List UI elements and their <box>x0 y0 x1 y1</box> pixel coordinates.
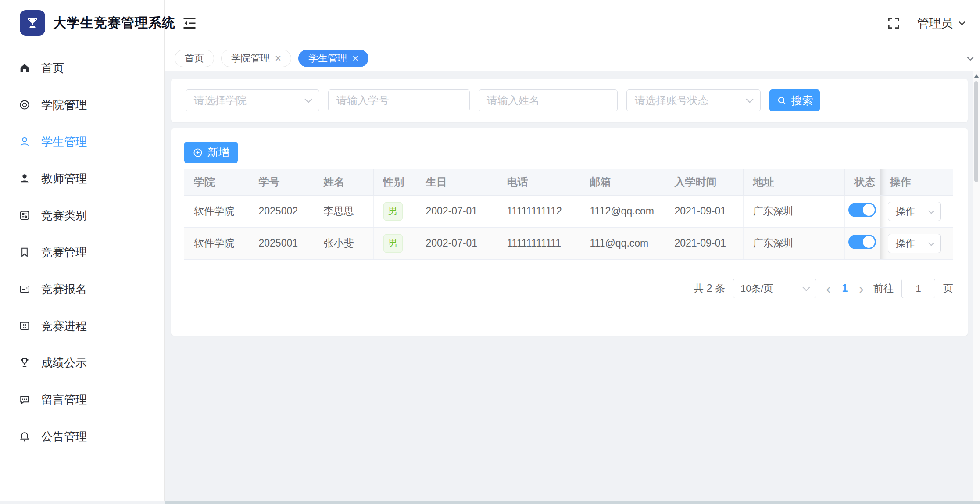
address-cell: 广东深圳 <box>743 195 844 227</box>
scrollbar-thumb[interactable] <box>974 81 978 182</box>
sidebar-item-label: 教师管理 <box>41 171 87 186</box>
column-header: 电话 <box>497 169 580 195</box>
student-table: 学院学号姓名性别生日电话邮箱入学时间地址状态操作 软件学院2025002李思思男… <box>184 169 953 260</box>
sidebar-item-3[interactable]: 学生管理 <box>0 123 164 160</box>
bell-icon <box>18 430 31 443</box>
sidebar-item-2[interactable]: 学院管理 <box>0 86 164 123</box>
name-cell: 张小斐 <box>314 227 373 259</box>
column-header: 学号 <box>249 169 314 195</box>
column-header: 生日 <box>416 169 497 195</box>
chevron-down-icon <box>802 283 810 291</box>
teacher-icon <box>18 172 31 185</box>
tab-2[interactable]: 学院管理× <box>221 50 291 67</box>
sidebar-item-label: 竞赛进程 <box>41 318 87 334</box>
scroll-up-arrow-icon[interactable] <box>974 74 979 78</box>
sidebar-item-8[interactable]: 竞赛进程 <box>0 307 164 344</box>
student-id-placeholder: 请输入学号 <box>336 93 389 107</box>
sidebar-item-label: 竞赛管理 <box>41 245 87 260</box>
email-cell: 111@qq.com <box>580 227 665 259</box>
action-label: 操作 <box>888 234 923 253</box>
address-cell: 广东深圳 <box>743 227 844 259</box>
action-dropdown-button[interactable]: 操作 <box>888 202 941 221</box>
search-button[interactable]: 搜索 <box>769 89 820 111</box>
column-header: 姓名 <box>314 169 373 195</box>
sidebar-item-label: 学院管理 <box>41 97 87 113</box>
chevron-down-icon[interactable] <box>923 234 940 253</box>
page-size-select[interactable]: 10条/页 <box>733 279 816 298</box>
action-cell: 操作 <box>880 195 953 227</box>
email-cell: 1112@qq.com <box>580 195 665 227</box>
tab-1[interactable]: 首页 <box>175 50 214 67</box>
gender-cell: 男 <box>373 227 416 259</box>
tab-label: 学生管理 <box>308 52 347 65</box>
student-id-input[interactable]: 请输入学号 <box>328 89 470 111</box>
vertical-scrollbar[interactable] <box>973 71 980 501</box>
pagination-total: 共 2 条 <box>694 282 725 295</box>
status-cell <box>844 195 880 227</box>
name-input[interactable]: 请输入姓名 <box>479 89 618 111</box>
next-page-button[interactable]: › <box>857 282 866 296</box>
horizontal-scrollbar[interactable] <box>165 501 980 504</box>
sidebar-item-label: 留言管理 <box>41 392 87 407</box>
tab-bar: 首页学院管理×学生管理× <box>165 46 980 71</box>
phone-cell: 11111111112 <box>497 195 580 227</box>
college-select[interactable]: 请选择学院 <box>186 89 319 111</box>
chevron-down-icon[interactable] <box>923 202 940 221</box>
sidebar-item-11[interactable]: 公告管理 <box>0 418 164 455</box>
column-header: 学院 <box>184 169 249 195</box>
sidebar-item-10[interactable]: 留言管理 <box>0 381 164 418</box>
search-icon <box>776 95 787 106</box>
search-panel: 请选择学院 请输入学号 请输入姓名 请选择账号状态 搜索 <box>171 79 968 122</box>
prev-page-button[interactable]: ‹ <box>824 282 833 296</box>
close-icon[interactable]: × <box>352 53 358 64</box>
sidebar-item-4[interactable]: 教师管理 <box>0 160 164 197</box>
sidebar-item-9[interactable]: 成绩公示 <box>0 344 164 381</box>
sidebar-item-label: 竞赛报名 <box>41 282 87 297</box>
student-table-panel: 新增 学院学号姓名性别生日电话邮箱入学时间地址状态操作 软件学院2025002李… <box>171 128 968 336</box>
current-page[interactable]: 1 <box>841 282 850 294</box>
chevron-down-icon <box>746 96 754 103</box>
app-title: 大学生竞赛管理系统 <box>53 14 175 32</box>
fold-icon[interactable] <box>182 15 197 31</box>
sidebar-item-5[interactable]: 竞赛类别 <box>0 197 164 234</box>
name-cell: 李思思 <box>314 195 373 227</box>
tab-label: 首页 <box>185 52 204 65</box>
action-cell: 操作 <box>880 227 953 259</box>
sidebar-item-7[interactable]: 竞赛报名 <box>0 271 164 307</box>
close-icon[interactable]: × <box>275 53 281 64</box>
table-header-row: 学院学号姓名性别生日电话邮箱入学时间地址状态操作 <box>184 169 953 195</box>
table-row: 软件学院2025002李思思男2002-07-01111111111121112… <box>184 195 953 227</box>
user-menu[interactable]: 管理员 <box>917 15 967 31</box>
signup-icon <box>18 283 31 295</box>
goto-page-input[interactable] <box>901 279 935 298</box>
sidebar-item-6[interactable]: 竞赛管理 <box>0 234 164 271</box>
sidebar-item-label: 学生管理 <box>41 134 87 150</box>
tab-3[interactable]: 学生管理× <box>298 50 368 67</box>
sidebar-item-label: 成绩公示 <box>41 355 87 371</box>
process-icon <box>18 320 31 332</box>
fullscreen-icon[interactable] <box>887 16 901 30</box>
status-toggle[interactable] <box>848 203 876 217</box>
app-logo: 大学生竞赛管理系统 <box>0 0 164 46</box>
college-icon <box>18 99 31 111</box>
phone-cell: 11111111111 <box>497 227 580 259</box>
user-name: 管理员 <box>917 15 953 31</box>
status-select-placeholder: 请选择账号状态 <box>635 93 708 107</box>
page-unit-label: 页 <box>943 282 953 295</box>
add-button[interactable]: 新增 <box>184 142 238 163</box>
table-row: 软件学院2025001张小斐男2002-07-0111111111111111@… <box>184 227 953 259</box>
student-id-cell: 2025002 <box>249 195 314 227</box>
trophy-logo-icon <box>20 10 45 36</box>
top-header: 管理员 <box>165 0 980 46</box>
tab-overflow-chevron-icon[interactable] <box>960 46 980 71</box>
sidebar-item-1[interactable]: 首页 <box>0 50 164 86</box>
birthday-cell: 2002-07-01 <box>416 195 497 227</box>
status-toggle[interactable] <box>848 235 876 249</box>
sidebar-menu: 首页学院管理学生管理教师管理竞赛类别竞赛管理竞赛报名竞赛进程成绩公示留言管理公告… <box>0 46 164 455</box>
sidebar-item-label: 竞赛类别 <box>41 208 87 223</box>
main-content: 请选择学院 请输入学号 请输入姓名 请选择账号状态 搜索 <box>165 71 973 501</box>
student-id-cell: 2025001 <box>249 227 314 259</box>
action-dropdown-button[interactable]: 操作 <box>888 234 941 253</box>
column-header: 状态 <box>844 169 880 195</box>
account-status-select[interactable]: 请选择账号状态 <box>626 89 761 111</box>
